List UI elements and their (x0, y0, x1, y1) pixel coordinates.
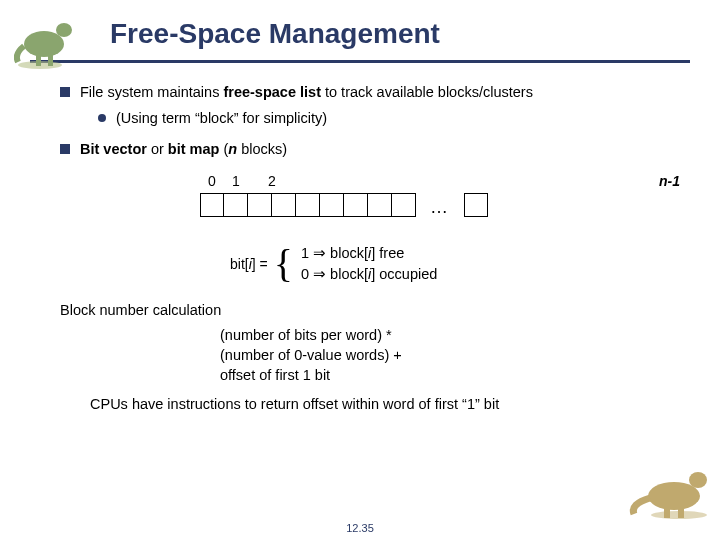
cpu-pre: CPUs have instructions to return offset … (90, 396, 462, 412)
calc-l1: (number of bits per word) * (220, 326, 680, 346)
sub-post: for simplicity) (239, 110, 328, 126)
sub-pre: (Using term (116, 110, 195, 126)
bv-post2: blocks) (237, 141, 287, 157)
bit-cell (344, 193, 368, 217)
bullet-1-sub: (Using term “block” for simplicity) (98, 109, 680, 129)
bit-cell (296, 193, 320, 217)
svg-rect-8 (664, 504, 670, 518)
bitmap-diagram: 0 1 2 n-1 … (200, 172, 680, 232)
bit-definition: bit[i] = { 1 ⇒ block[i] free 0 ⇒ block[i… (230, 242, 680, 287)
bit-label-n: n-1 (659, 173, 680, 189)
c1-pre: 1 ⇒ block[ (301, 245, 368, 261)
svg-rect-9 (678, 504, 684, 518)
eq-post: ] = (252, 256, 268, 272)
bit-label-1: 1 (224, 172, 248, 191)
bit-label-2: 2 (260, 172, 284, 191)
calc-l2: (number of 0-value words) + (220, 346, 680, 366)
bit-label-0: 0 (200, 172, 224, 191)
brace-icon: { (274, 244, 293, 284)
calc-body: (number of bits per word) * (number of 0… (220, 326, 680, 385)
bit-cell (272, 193, 296, 217)
slide-body: File system maintains free-space list to… (0, 63, 720, 415)
bullet-1-pre: File system maintains (80, 84, 223, 100)
case-1: 1 ⇒ block[i] free (301, 244, 437, 264)
calc-heading: Block number calculation (60, 301, 680, 321)
eq-pre: bit[ (230, 256, 249, 272)
bullet-1: File system maintains free-space list to… (60, 83, 680, 128)
c0-pre: 0 ⇒ block[ (301, 266, 368, 282)
bv-bold2: bit map (168, 141, 220, 157)
bit-cell (368, 193, 392, 217)
slide-title: Free-Space Management (110, 18, 690, 50)
bv-mid: or (147, 141, 168, 157)
calc-l3: offset of first 1 bit (220, 366, 680, 386)
dino-right-image (624, 458, 714, 520)
cpu-line: CPUs have instructions to return offset … (90, 395, 680, 415)
c0-post: ] occupied (371, 266, 437, 282)
cpu-post: bit (480, 396, 499, 412)
bit-cell (320, 193, 344, 217)
bit-cell (200, 193, 224, 217)
bit-cell (392, 193, 416, 217)
bit-cell (224, 193, 248, 217)
case-0: 0 ⇒ block[i] occupied (301, 265, 437, 285)
cpu-word: 1 (467, 396, 475, 412)
bv-bold1: Bit vector (80, 141, 147, 157)
c1-post: ] free (371, 245, 404, 261)
slide-number: 12.35 (0, 522, 720, 534)
bullet-1-term: free-space list (223, 84, 321, 100)
svg-point-6 (648, 482, 700, 510)
bv-post: ( (219, 141, 228, 157)
bit-ellipsis: … (416, 193, 464, 219)
bullet-1-post: to track available blocks/clusters (321, 84, 533, 100)
sub-word: block (200, 110, 234, 126)
bit-cell-n (464, 193, 488, 217)
bullet-2: Bit vector or bit map (n blocks) (60, 140, 680, 160)
bit-cell (248, 193, 272, 217)
bv-var: n (228, 141, 237, 157)
svg-point-7 (689, 472, 707, 488)
